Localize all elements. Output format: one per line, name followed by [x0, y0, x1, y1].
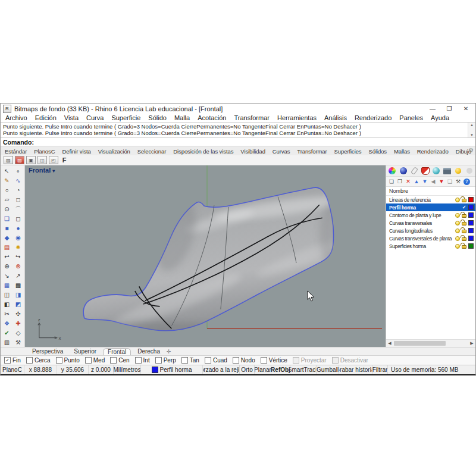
rotate-tool-icon[interactable]: ◨: [14, 291, 23, 299]
layer-row-curvas-transversales-de-planta[interactable]: Curvas transversales de planta: [386, 234, 475, 242]
mirror-tool-icon[interactable]: ◫: [2, 291, 12, 299]
menu-item-solido[interactable]: Sólido: [148, 114, 167, 121]
layer-color-swatch[interactable]: [468, 236, 474, 241]
osnap-checkbox-fin[interactable]: ✓: [4, 357, 11, 364]
osnap-checkbox-cerca[interactable]: [26, 357, 33, 364]
polyline-tool-icon[interactable]: ▱: [2, 196, 12, 204]
control-point-curve-icon[interactable]: ✎: [2, 177, 12, 185]
osnap-proyectar[interactable]: Proyectar: [293, 357, 327, 364]
offset-tool-icon[interactable]: ◇: [14, 329, 23, 337]
trim-tool-icon[interactable]: ✂: [2, 310, 12, 318]
layer-visibility-icon[interactable]: [455, 244, 460, 249]
layer-color-swatch[interactable]: [468, 243, 474, 249]
close-button[interactable]: ✕: [459, 105, 473, 112]
menu-item-acotacion[interactable]: Acotación: [198, 114, 226, 121]
osnap-cerca[interactable]: Cerca: [26, 357, 51, 364]
status-field-forzado-a-la-rejilla[interactable]: Forzado a la rejilla: [203, 365, 240, 374]
osnap-checkbox-nodo[interactable]: [233, 357, 239, 364]
scroll-left-icon[interactable]: ◀: [386, 341, 393, 346]
osnap-int[interactable]: Int: [135, 357, 150, 364]
viewport-tab-frontal[interactable]: Frontal: [103, 348, 131, 355]
scale-tool-icon[interactable]: ◧: [2, 300, 12, 309]
osnap-desactivar[interactable]: Desactivar: [332, 357, 368, 364]
menu-item-paneles[interactable]: Paneles: [399, 114, 423, 121]
toolbar-tab-renderizado[interactable]: Renderizado: [415, 148, 450, 155]
layers-panel-icon[interactable]: [421, 167, 430, 175]
menu-item-curva[interactable]: Curva: [86, 114, 104, 121]
osnap-checkbox-cen[interactable]: [110, 357, 117, 364]
layer-row-curvas-transversales[interactable]: Curvas transversales: [386, 219, 475, 227]
hatch-tool-icon[interactable]: ▩: [14, 281, 23, 290]
restore-button[interactable]: ❐: [442, 105, 456, 112]
osnap-med[interactable]: Med: [85, 357, 105, 364]
copy-tool-icon[interactable]: ↗: [14, 272, 23, 280]
toolbar-tab-seleccionar[interactable]: Seleccionar: [136, 148, 168, 155]
osnap-checkbox-vertice[interactable]: [261, 357, 267, 364]
point-tool-icon[interactable]: ∘: [14, 167, 23, 176]
notes-panel-icon[interactable]: [410, 167, 419, 175]
toolbar-tab-mallas[interactable]: Mallas: [392, 148, 412, 155]
extrude-tool-icon[interactable]: ▤: [2, 243, 12, 252]
toolbar-tab-curvas[interactable]: Curvas: [271, 148, 292, 155]
toolbar-tab-visualizacion[interactable]: Visualización: [96, 148, 132, 155]
move-layer-down-icon[interactable]: ▼: [422, 179, 428, 184]
new-layer-icon[interactable]: ❏: [389, 179, 394, 184]
osnap-checkbox-med[interactable]: [85, 357, 92, 364]
status-field-refobj[interactable]: RefObj: [271, 365, 290, 374]
menu-item-edicion[interactable]: Edición: [35, 114, 57, 121]
redo-tool-icon[interactable]: ↪: [14, 253, 23, 261]
status-field-planar[interactable]: Planar: [255, 365, 271, 374]
osnap-vertice[interactable]: Vértice: [261, 357, 287, 364]
osnap-checkbox-proyectar[interactable]: [293, 357, 299, 364]
layer-visibility-icon[interactable]: [455, 213, 460, 218]
osnap-checkbox-desactivar[interactable]: [332, 357, 339, 364]
viewport-title[interactable]: Frontal ▾: [29, 167, 55, 174]
menu-item-malla[interactable]: Malla: [174, 114, 190, 121]
layer-color-swatch[interactable]: [468, 197, 474, 202]
layer-visibility-icon[interactable]: [455, 228, 460, 233]
status-field-y-35-606[interactable]: y 35.606: [57, 365, 89, 374]
new-viewport-icon[interactable]: ✛: [167, 349, 171, 355]
menu-item-transformar[interactable]: Transformar: [234, 114, 270, 121]
layer-row-lineas-de-referencia[interactable]: Líneas de referencia: [386, 196, 475, 203]
rectangle-tool-icon[interactable]: □: [14, 196, 23, 204]
viewport-tab-perspectiva[interactable]: Perspectiva: [28, 348, 67, 355]
toolbar-tab-solidos[interactable]: Sólidos: [367, 148, 389, 155]
select-tool-icon[interactable]: ↖: [2, 167, 12, 176]
surface-tool-icon[interactable]: ❏: [2, 215, 12, 223]
menu-item-renderizado[interactable]: Renderizado: [355, 114, 392, 121]
display-panel-icon[interactable]: [388, 167, 397, 175]
osnap-punto[interactable]: Punto: [56, 357, 80, 364]
layer-color-swatch[interactable]: [468, 212, 474, 218]
place-bitmap-icon[interactable]: ▨: [4, 156, 13, 164]
menu-item-archivo[interactable]: Archivo: [5, 114, 27, 121]
pipe-tool-icon[interactable]: ◉: [14, 234, 23, 242]
status-field-smarttrack[interactable]: SmartTrack: [290, 365, 317, 374]
layer-lock-icon[interactable]: [462, 214, 466, 218]
status-field-filtrar[interactable]: Filtrar: [372, 365, 388, 374]
undo-tool-icon[interactable]: ↩: [2, 253, 12, 261]
properties-panel-icon[interactable]: [399, 167, 408, 175]
layer-lock-icon[interactable]: [462, 230, 466, 233]
layer-lock-icon[interactable]: [462, 237, 466, 241]
status-field-perfil-horma[interactable]: Perfil horma: [141, 365, 203, 374]
match-layer-icon[interactable]: ❑: [447, 179, 453, 184]
toolbar-tab-planosc[interactable]: PlanosC: [32, 148, 57, 155]
grayscale-bitmap-icon[interactable]: F: [60, 156, 68, 164]
layer-color-swatch[interactable]: [468, 228, 474, 233]
menu-item-superficie[interactable]: Superficie: [111, 114, 140, 121]
osnap-cuad[interactable]: Cuad: [205, 357, 227, 364]
toolbar-tab-visibilidad[interactable]: Visibilidad: [239, 148, 267, 155]
split-tool-icon[interactable]: ✣: [14, 310, 23, 318]
group-tool-icon[interactable]: ▥: [2, 339, 12, 347]
more-panels-icon[interactable]: [465, 167, 474, 175]
explode-tool-icon[interactable]: ✸: [14, 243, 23, 252]
osnap-fin[interactable]: ✓Fin: [4, 357, 21, 364]
center-circle-icon[interactable]: ⊙: [2, 205, 12, 214]
fillet-tool-icon[interactable]: ✚: [14, 320, 23, 328]
loft-surface-icon[interactable]: ◻: [14, 215, 23, 223]
osnap-tan[interactable]: Tan: [181, 357, 199, 364]
new-sublayer-icon[interactable]: ❐: [397, 179, 403, 184]
toolbar-tab-superficies[interactable]: Superficies: [333, 148, 364, 155]
boolean-difference-icon[interactable]: ⊗: [14, 262, 23, 271]
